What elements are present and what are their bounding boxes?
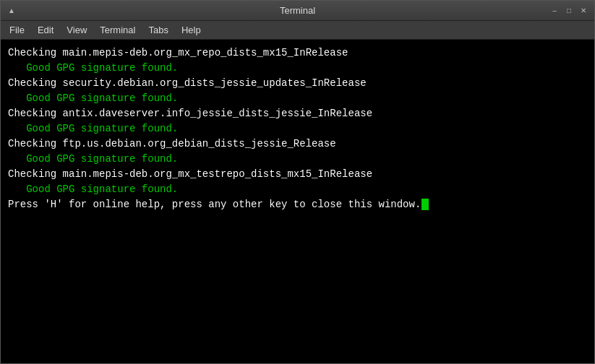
menu-bar: File Edit View Terminal Tabs Help xyxy=(1,21,594,40)
terminal-line: Good GPG signature found. xyxy=(8,121,587,136)
terminal-line: Checking ftp.us.debian.org_debian_dists_… xyxy=(8,136,587,152)
terminal-window: ▲ Terminal – □ ✕ File Edit View Terminal… xyxy=(0,0,595,364)
terminal-line: Good GPG signature found. xyxy=(8,182,587,197)
terminal-line: Checking main.mepis-deb.org_mx_testrepo_… xyxy=(8,167,587,182)
terminal-line: Good GPG signature found. xyxy=(8,152,587,167)
menu-view[interactable]: View xyxy=(61,23,93,37)
window-title: Terminal xyxy=(280,5,315,16)
menu-tabs[interactable]: Tabs xyxy=(142,23,174,37)
terminal-line: Checking security.debian.org_dists_jessi… xyxy=(8,76,587,91)
close-button[interactable]: ✕ xyxy=(578,6,588,16)
terminal-line: Good GPG signature found. xyxy=(8,61,587,76)
menu-terminal[interactable]: Terminal xyxy=(94,23,141,37)
terminal-line: Checking antix.daveserver.info_jessie_di… xyxy=(8,106,587,121)
menu-file[interactable]: File xyxy=(4,23,30,37)
title-up-button[interactable]: ▲ xyxy=(7,6,17,16)
terminal-line: Good GPG signature found. xyxy=(8,91,587,106)
title-bar-controls: – □ ✕ xyxy=(549,6,588,16)
minimize-button[interactable]: – xyxy=(549,6,560,16)
terminal-cursor xyxy=(421,199,429,210)
terminal-line: Press 'H' for online help, press any oth… xyxy=(8,197,587,212)
terminal-line: Checking main.mepis-deb.org_mx_repo_dist… xyxy=(8,46,587,61)
menu-edit[interactable]: Edit xyxy=(32,23,59,37)
title-bar-left: ▲ xyxy=(7,6,17,16)
terminal-body[interactable]: Checking main.mepis-deb.org_mx_repo_dist… xyxy=(1,40,594,363)
maximize-button[interactable]: □ xyxy=(564,6,574,16)
title-bar: ▲ Terminal – □ ✕ xyxy=(1,1,594,21)
menu-help[interactable]: Help xyxy=(176,23,207,37)
